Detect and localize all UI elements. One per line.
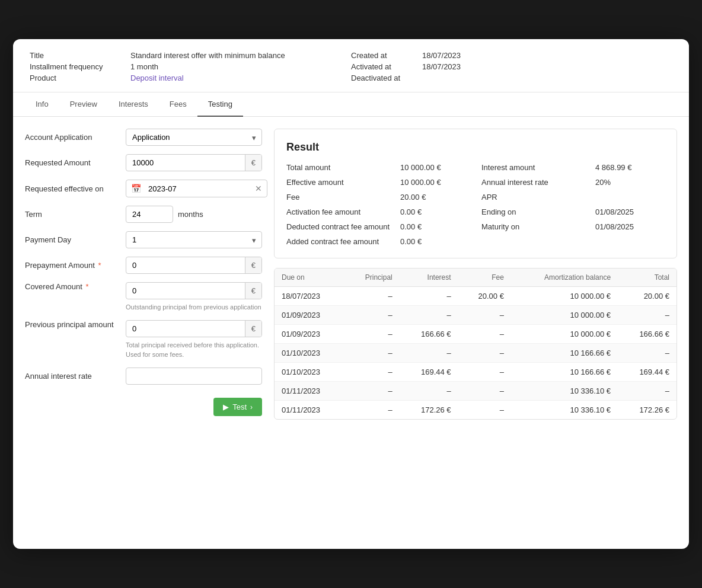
table-header-row: Due on Principal Interest Fee Amortizati… [275, 269, 677, 287]
annual-interest-rate-label: Annual interest rate [481, 178, 588, 187]
date-input[interactable] [146, 181, 250, 197]
prepayment-row: Prepayment Amount * € [25, 257, 262, 274]
cell-amort-balance: 10 000.00 € [511, 287, 618, 306]
calendar-icon[interactable]: 📅 [126, 180, 146, 197]
requested-amount-input[interactable] [126, 155, 245, 171]
prepayment-asterisk: * [98, 261, 101, 270]
cell-fee: – [458, 401, 511, 420]
col-principal: Principal [344, 269, 400, 287]
form-bottom: ▶ Test › [25, 398, 262, 416]
prev-principal-input[interactable] [126, 321, 245, 337]
result-activation-fee: Activation fee amount 0.00 € [286, 207, 470, 216]
effective-amount-value: 10 000.00 € [400, 178, 441, 187]
result-interest-amount: Interest amount 4 868.99 € [481, 163, 665, 172]
added-fee-value: 0.00 € [400, 237, 422, 246]
cell-total: 166.66 € [618, 325, 677, 344]
cell-principal: – [344, 382, 400, 401]
header-row-created: Created at 18/07/2023 [351, 51, 672, 60]
tab-testing[interactable]: Testing [197, 92, 243, 117]
apr-label: APR [481, 193, 588, 202]
prev-principal-label: Previous principal amount [25, 320, 120, 329]
account-application-row: Account Application Application ▾ [25, 129, 262, 146]
cell-total: – [618, 306, 677, 325]
account-application-select[interactable]: Application [126, 129, 262, 146]
created-value: 18/07/2023 [422, 51, 461, 60]
activation-fee-value: 0.00 € [400, 207, 422, 216]
header-row-title: Title Standard interest offer with minim… [30, 51, 351, 60]
header-right: Created at 18/07/2023 Activated at 18/07… [351, 51, 672, 82]
header-row-deactivated: Deactivated at [351, 74, 672, 82]
added-fee-label: Added contract fee amount [286, 237, 393, 246]
account-application-label: Account Application [25, 133, 120, 142]
title-label: Title [30, 51, 130, 60]
account-application-select-wrap: Application ▾ [126, 129, 262, 146]
covered-input[interactable] [126, 283, 245, 299]
test-button-icon: ▶ [223, 402, 229, 411]
term-input[interactable] [126, 206, 173, 223]
tab-interests[interactable]: Interests [108, 92, 159, 117]
result-deducted-fee: Deducted contract fee amount 0.00 € [286, 222, 470, 231]
clear-date-button[interactable]: ✕ [250, 180, 267, 197]
payment-day-label: Payment Day [25, 235, 120, 244]
table-row: 01/10/2023 – – – 10 166.66 € – [275, 344, 677, 363]
covered-input-wrap: € [126, 282, 262, 299]
prepayment-input[interactable] [126, 257, 245, 273]
result-box: Result Total amount 10 000.00 € Interest… [274, 129, 677, 258]
cell-total: – [618, 344, 677, 363]
result-maturity-on: Maturity on 01/08/2025 [481, 222, 665, 231]
prepayment-unit: € [245, 257, 261, 273]
payment-day-row: Payment Day 1 ▾ [25, 231, 262, 248]
cell-due-on: 01/10/2023 [275, 344, 344, 363]
term-unit: months [178, 210, 203, 219]
payment-day-select[interactable]: 1 [126, 231, 262, 248]
result-panel: Result Total amount 10 000.00 € Interest… [274, 129, 677, 420]
cell-principal: – [344, 363, 400, 382]
cell-interest: 169.44 € [400, 363, 458, 382]
requested-amount-unit: € [245, 155, 261, 171]
tab-info[interactable]: Info [25, 92, 59, 117]
table-head: Due on Principal Interest Fee Amortizati… [275, 269, 677, 287]
cell-amort-balance: 10 166.66 € [511, 363, 618, 382]
term-label: Term [25, 210, 120, 219]
prev-principal-unit: € [245, 321, 261, 337]
term-row: Term months [25, 206, 262, 223]
covered-help-text: Outstanding principal from previous appl… [126, 303, 262, 312]
cell-amort-balance: 10 000.00 € [511, 306, 618, 325]
covered-amount-row: Covered Amount * € Outstanding principal… [25, 282, 262, 312]
cell-interest: 166.66 € [400, 325, 458, 344]
tabs-bar: Info Preview Interests Fees Testing [13, 92, 689, 117]
cell-total: 169.44 € [618, 363, 677, 382]
product-label: Product [30, 74, 130, 82]
annual-interest-input-wrap [126, 368, 262, 385]
cell-due-on: 01/10/2023 [275, 363, 344, 382]
tab-preview[interactable]: Preview [59, 92, 108, 117]
cell-principal: – [344, 325, 400, 344]
covered-asterisk: * [85, 282, 88, 291]
product-value[interactable]: Deposit interval [130, 74, 184, 82]
result-effective-amount: Effective amount 10 000.00 € [286, 178, 470, 187]
cell-due-on: 18/07/2023 [275, 287, 344, 306]
table-row: 01/11/2023 – 172.26 € – 10 336.10 € 172.… [275, 401, 677, 420]
cell-principal: – [344, 401, 400, 420]
activated-value: 18/07/2023 [422, 62, 461, 71]
tab-fees[interactable]: Fees [159, 92, 197, 117]
date-input-wrap: 📅 ✕ [126, 180, 267, 197]
cell-interest: – [400, 344, 458, 363]
requested-amount-input-wrap: € [126, 154, 262, 171]
activation-fee-label: Activation fee amount [286, 207, 393, 216]
cell-fee: – [458, 382, 511, 401]
cell-due-on: 01/11/2023 [275, 382, 344, 401]
prepayment-label: Prepayment Amount * [25, 261, 120, 270]
col-interest: Interest [400, 269, 458, 287]
cell-total: 172.26 € [618, 401, 677, 420]
header-row-product: Product Deposit interval [30, 74, 351, 82]
cell-principal: – [344, 306, 400, 325]
annual-interest-input[interactable] [126, 368, 261, 384]
chevron-right-icon: › [250, 403, 253, 411]
deducted-fee-value: 0.00 € [400, 222, 422, 231]
activated-label: Activated at [351, 62, 422, 71]
test-button[interactable]: ▶ Test › [213, 398, 262, 416]
form-panel: Account Application Application ▾ Reques… [25, 129, 262, 420]
cell-due-on: 01/09/2023 [275, 325, 344, 344]
result-apr: APR [481, 193, 665, 202]
